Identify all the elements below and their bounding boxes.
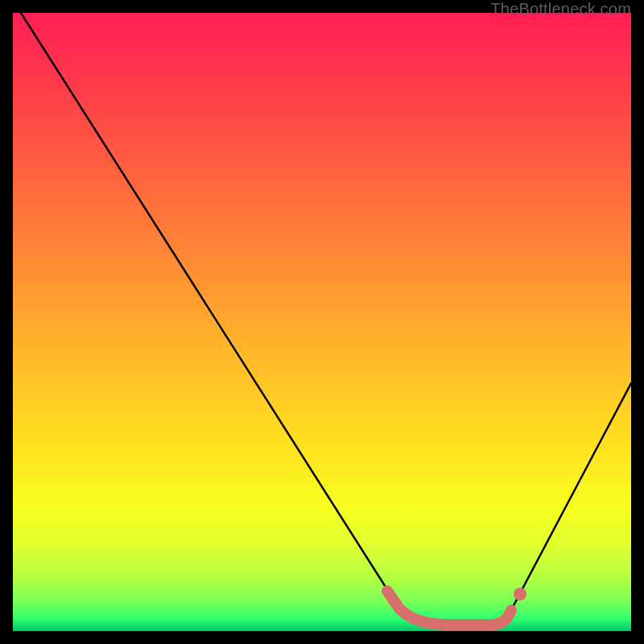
bottleneck-curve [21,13,631,625]
bottleneck-highlight [387,591,511,625]
highlight-dot-icon [514,588,526,601]
chart-plot-area [13,13,631,631]
watermark-text: TheBottleneck.com [490,0,631,19]
chart-svg [13,13,631,631]
chart-frame: TheBottleneck.com [0,0,644,644]
